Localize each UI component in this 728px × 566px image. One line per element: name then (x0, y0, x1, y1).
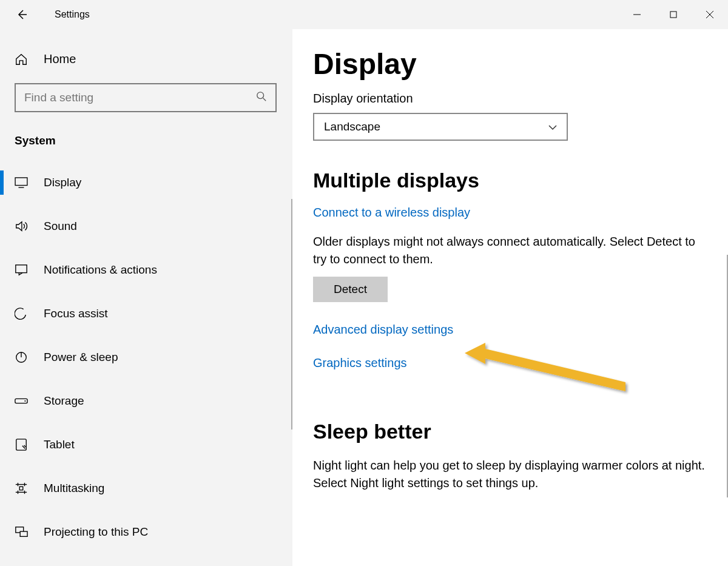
display-icon (15, 177, 28, 188)
graphics-settings-link[interactable]: Graphics settings (313, 356, 407, 370)
nav-label: Storage (44, 394, 84, 408)
notifications-icon (15, 263, 28, 277)
svg-point-12 (24, 400, 25, 402)
svg-line-5 (263, 98, 266, 101)
nav-item-focus[interactable]: Focus assist (0, 292, 292, 335)
storage-icon (15, 397, 28, 405)
home-label: Home (44, 52, 76, 66)
svg-rect-8 (16, 265, 27, 273)
svg-rect-22 (20, 531, 27, 536)
svg-rect-20 (19, 487, 23, 490)
nav-item-multitasking[interactable]: Multitasking (0, 467, 292, 510)
svg-rect-6 (15, 178, 27, 186)
sleep-better-text: Night light can help you get to sleep by… (313, 457, 707, 492)
older-displays-text: Older displays might not always connect … (313, 233, 707, 268)
nav-label: Focus assist (44, 307, 108, 320)
nav-item-notifications[interactable]: Notifications & actions (0, 248, 292, 292)
home-button[interactable]: Home (0, 52, 292, 66)
content-pane: Display Display orientation Landscape Mu… (292, 0, 728, 566)
wireless-display-link[interactable]: Connect to a wireless display (313, 206, 470, 220)
search-input-field[interactable] (24, 91, 256, 104)
svg-rect-1 (670, 12, 676, 18)
multiple-displays-heading: Multiple displays (313, 169, 707, 192)
title-bar: Settings (0, 0, 728, 29)
orientation-label: Display orientation (313, 92, 707, 106)
nav-label: Projecting to this PC (44, 525, 148, 539)
nav-item-projecting[interactable]: Projecting to this PC (0, 510, 292, 554)
detect-button[interactable]: Detect (313, 277, 388, 302)
nav-label: Tablet (44, 438, 75, 451)
nav-item-storage[interactable]: Storage (0, 379, 292, 423)
sound-icon (15, 220, 28, 233)
maximize-icon (670, 11, 677, 18)
orientation-value: Landscape (324, 120, 380, 133)
nav-item-display[interactable]: Display (0, 161, 292, 204)
close-button[interactable] (692, 0, 728, 29)
maximize-button[interactable] (655, 0, 692, 29)
nav-label: Multitasking (44, 482, 104, 495)
search-icon (256, 91, 267, 104)
svg-point-4 (257, 92, 264, 99)
orientation-dropdown[interactable]: Landscape (313, 113, 568, 141)
multitasking-icon (15, 482, 28, 495)
advanced-display-link[interactable]: Advanced display settings (313, 323, 453, 337)
nav-item-sound[interactable]: Sound (0, 204, 292, 248)
sidebar: Home System Display Sound Notifications … (0, 29, 292, 566)
section-label: System (0, 134, 292, 147)
chevron-down-icon (548, 120, 557, 133)
nav-label: Sound (44, 220, 77, 233)
search-input[interactable] (15, 83, 277, 112)
focus-icon (15, 307, 28, 320)
projecting-icon (15, 525, 28, 539)
power-icon (15, 351, 28, 364)
nav-item-tablet[interactable]: Tablet (0, 423, 292, 467)
nav-item-power[interactable]: Power & sleep (0, 335, 292, 379)
nav-label: Display (44, 176, 81, 189)
home-icon (15, 53, 28, 66)
back-button[interactable] (16, 8, 28, 21)
minimize-icon (633, 11, 641, 18)
tablet-icon (15, 438, 28, 451)
arrow-left-icon (16, 8, 28, 21)
sleep-better-heading: Sleep better (313, 420, 707, 443)
window-title: Settings (55, 9, 90, 20)
close-icon (706, 11, 713, 18)
nav-label: Power & sleep (44, 351, 118, 364)
nav-label: Notifications & actions (44, 263, 157, 277)
page-title: Display (313, 47, 707, 81)
nav-list: Display Sound Notifications & actions Fo… (0, 161, 292, 554)
minimize-button[interactable] (619, 0, 655, 29)
